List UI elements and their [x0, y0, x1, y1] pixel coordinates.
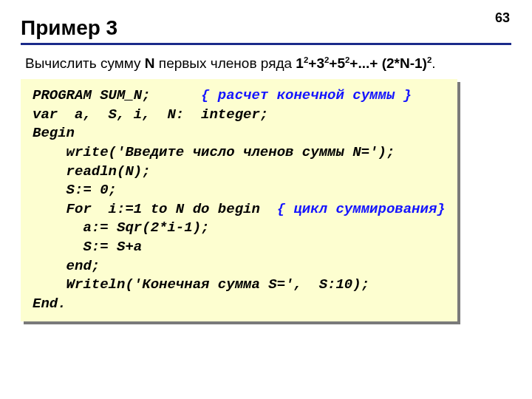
problem-statement: Вычислить сумму N первых членов ряда 12+… — [21, 55, 511, 72]
code-shadow: PROGRAM SUM_N; { расчет конечной суммы }… — [24, 82, 460, 324]
code-l1-comment: { расчет конечной суммы } — [201, 87, 412, 103]
code-l3: Begin — [33, 125, 75, 141]
slide-title: Пример 3 — [21, 16, 511, 40]
code-l12: End. — [33, 296, 66, 312]
code-l8: a:= Sqr(2*i-1); — [33, 219, 209, 236]
problem-mid: первых членов ряда — [155, 55, 296, 71]
code-l9: S:= S+a — [33, 239, 142, 255]
code-l11: Writeln('Конечная сумма S=', S:10); — [33, 276, 369, 293]
title-divider — [21, 43, 511, 45]
code-l5: readln(N); — [33, 163, 151, 180]
code-l2: var a, S, i, N: integer; — [33, 106, 268, 123]
code-l4: write('Введите число членов суммы N='); — [33, 144, 395, 160]
code-l6: S:= 0; — [33, 182, 117, 198]
code-l1a: PROGRAM SUM_N; — [33, 87, 201, 103]
code-l7-comment: { цикл суммирования} — [277, 201, 446, 217]
slide: 63 Пример 3 Вычислить сумму N первых чле… — [0, 0, 532, 399]
page-number: 63 — [495, 10, 510, 26]
problem-N: N — [145, 55, 155, 71]
problem-prefix: Вычислить сумму — [25, 55, 145, 71]
code-l10: end; — [33, 258, 100, 274]
code-block: PROGRAM SUM_N; { расчет конечной суммы }… — [21, 79, 457, 321]
code-l7a: For i:=1 to N do begin — [33, 201, 277, 217]
series-expr: 12+32+52+...+ (2*N-1)2 — [296, 55, 432, 71]
problem-end: . — [432, 55, 435, 71]
